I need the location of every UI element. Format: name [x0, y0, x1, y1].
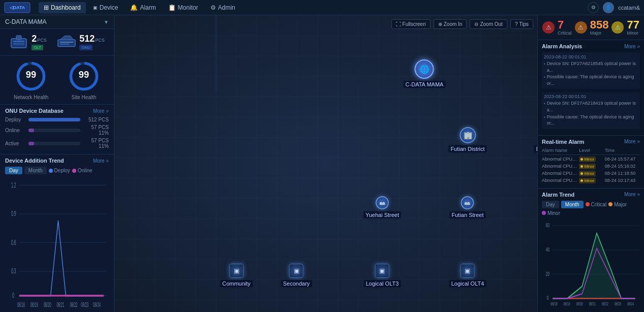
olt-unit: PCS — [37, 38, 47, 43]
minor-icon: ⚠ — [611, 21, 624, 34]
svg-text:08/19: 08/19 — [563, 301, 570, 305]
alarm-trend-title: Alarm Trend — [542, 192, 574, 198]
node-olt3-label: Logical OLT3 — [364, 280, 401, 287]
svg-text:0.9: 0.9 — [11, 209, 16, 218]
node-futian-street-icon: 🏘 — [461, 196, 474, 209]
alarm-level-3: Minor — [579, 178, 602, 183]
analysis-text-1: ▪ Device SN: DF27A6218419 optical power … — [544, 100, 638, 126]
tips-btn[interactable]: ? Tips — [510, 19, 533, 29]
node-yuehai-street[interactable]: 🏘 Yuehai Street — [363, 196, 401, 219]
nav-device[interactable]: ▣Device — [88, 2, 124, 13]
alarm-time-3: 08-24 10:17:43 — [605, 178, 640, 183]
olt-stat: 2 PCS OLT — [9, 34, 47, 50]
nav-alarm[interactable]: 🔔Alarm — [125, 2, 161, 13]
onu-count: 512 — [79, 34, 95, 43]
onu-badge: ONU — [79, 45, 93, 50]
node-futian-district[interactable]: 🏢 Futian District — [448, 127, 486, 152]
onu-database: ONU Device Database More » Deploy 512 PC… — [0, 105, 114, 154]
minor-legend: Minor — [542, 210, 560, 216]
alarm-row-1: Abnormal CPU u... Minor 08-24 15:16:02 — [542, 164, 640, 169]
node-secondary-label: Secondary — [281, 280, 312, 287]
svg-text:20: 20 — [546, 271, 550, 277]
node-olt3-icon: ▣ — [375, 264, 389, 278]
node-secondary[interactable]: ▣ Secondary — [281, 264, 312, 287]
site-health-gauge: 99 Site Health — [68, 60, 100, 100]
analysis-item-0: 2023-08-22 00:01:01 ▪ Device SN: DF27A62… — [542, 52, 640, 89]
analysis-time-0: 2023-08-22 00:01:01 — [544, 54, 638, 59]
svg-text:0.6: 0.6 — [11, 238, 16, 247]
zoom-in-icon: ⊕ — [438, 21, 442, 27]
zoom-out-btn[interactable]: ⊖ Zoom Out — [470, 19, 507, 29]
svg-text:08/19: 08/19 — [30, 301, 38, 308]
alarm-trend-month-btn[interactable]: Month — [561, 201, 584, 208]
nav-admin[interactable]: ⚙Admin — [205, 2, 240, 13]
svg-text:99: 99 — [26, 69, 36, 80]
trend-chart-svg: 1.2 0.9 0.6 0.3 0 08/18 — [5, 176, 109, 309]
analysis-line-0-1: Possible cause: The optical device is ag… — [547, 74, 638, 86]
nav-items: ⊞Dashboard ▣Device 🔔Alarm 📋Monitor ⚙Admi… — [39, 2, 588, 13]
online-value: 57 PCS 11% — [83, 124, 109, 136]
zoom-in-btn[interactable]: ⊕ Zoom In — [434, 19, 467, 29]
node-futian-street[interactable]: 🏘 Futian Street — [450, 196, 486, 219]
analysis-title: Alarm Analysis — [542, 43, 582, 49]
analysis-line-0-0: Device SN: DF27A6218545 optical power is… — [547, 60, 638, 73]
nav-monitor[interactable]: 📋Monitor — [163, 2, 203, 13]
fullscreen-label: Fullscreen — [403, 21, 426, 27]
critical-type: Critical — [558, 30, 572, 36]
analysis-line-1-0: Device SN: DF27A6218419 optical power is… — [547, 100, 638, 113]
svg-text:08/21: 08/21 — [589, 301, 596, 305]
major-badge: ⚠ 858 Major — [575, 19, 609, 36]
svg-text:08/22: 08/22 — [70, 301, 77, 308]
realtime-alarm-more[interactable]: More » — [624, 139, 640, 144]
deploy-label: Deploy — [5, 117, 25, 122]
trend-more[interactable]: More » — [93, 158, 109, 164]
svg-rect-3 — [13, 41, 24, 42]
online-bar-track — [28, 129, 80, 132]
svg-text:08/21: 08/21 — [57, 301, 65, 308]
tips-icon: ? — [515, 21, 518, 27]
level-badge-1: Minor — [579, 164, 596, 169]
analysis-line-1-1: Possible cause: The optical device is ag… — [547, 114, 638, 127]
level-badge-0: Minor — [579, 157, 596, 162]
username: ccatam& — [618, 5, 640, 11]
alarm-trend-day-btn[interactable]: Day — [542, 201, 559, 208]
deploy-bar-track — [28, 118, 80, 121]
dropdown-arrow-icon[interactable]: ▼ — [104, 19, 109, 25]
svg-text:60: 60 — [546, 222, 550, 228]
col-alarm-name: Alarm Name — [542, 148, 577, 153]
onu-more[interactable]: More » — [93, 108, 109, 114]
node-yuehai-street-label: Yuehai Street — [363, 211, 401, 219]
node-cdatamama[interactable]: 🌐 C-DATA MAMA — [404, 59, 446, 88]
active-label: Active — [5, 141, 25, 146]
fullscreen-btn[interactable]: ⛶ Fullscreen — [391, 19, 431, 29]
alarm-trend: Alarm Trend More » Day Month Critical Ma… — [538, 189, 644, 312]
col-level: Level — [579, 148, 602, 153]
alarm-time-2: 08-24 11:18:50 — [605, 171, 640, 176]
health-gauges: 99 Network Health 99 Site Health — [0, 56, 114, 105]
deploy-bar-fill — [28, 118, 80, 121]
analysis-text-0: ▪ Device SN: DF27A6218545 optical power … — [544, 60, 638, 86]
node-community[interactable]: ▣ Community — [220, 264, 253, 287]
col-time: Time — [605, 148, 640, 153]
node-futian-street-label: Futian Street — [450, 211, 486, 219]
node-olt4[interactable]: ▣ Logical OLT4 — [449, 264, 486, 287]
node-olt3[interactable]: ▣ Logical OLT3 — [364, 264, 401, 287]
alarm-time-0: 08-24 15:57:47 — [605, 157, 640, 162]
svg-rect-4 — [13, 43, 24, 45]
critical-count: 7 — [558, 19, 572, 30]
svg-text:08/20: 08/20 — [576, 301, 583, 305]
analysis-more[interactable]: More » — [624, 44, 640, 49]
trend-day-btn[interactable]: Day — [5, 167, 22, 174]
node-olt4-icon: ▣ — [461, 264, 475, 278]
nav-dashboard[interactable]: ⊞Dashboard — [39, 2, 86, 13]
node-olt4-label: Logical OLT4 — [449, 280, 486, 287]
alarm-trend-more[interactable]: More » — [624, 192, 640, 197]
trend-month-btn[interactable]: Month — [24, 167, 47, 174]
major-legend-label: Major — [614, 202, 627, 207]
analysis-item-1: 2023-08-22 00:01:01 ▪ Device SN: DF27A62… — [542, 92, 640, 129]
fullscreen-icon: ⛶ — [396, 21, 401, 27]
level-dot-0 — [580, 158, 583, 161]
settings-icon[interactable]: ⚙ — [588, 2, 599, 13]
svg-text:08/23: 08/23 — [615, 301, 621, 305]
active-bar-track — [28, 142, 80, 145]
